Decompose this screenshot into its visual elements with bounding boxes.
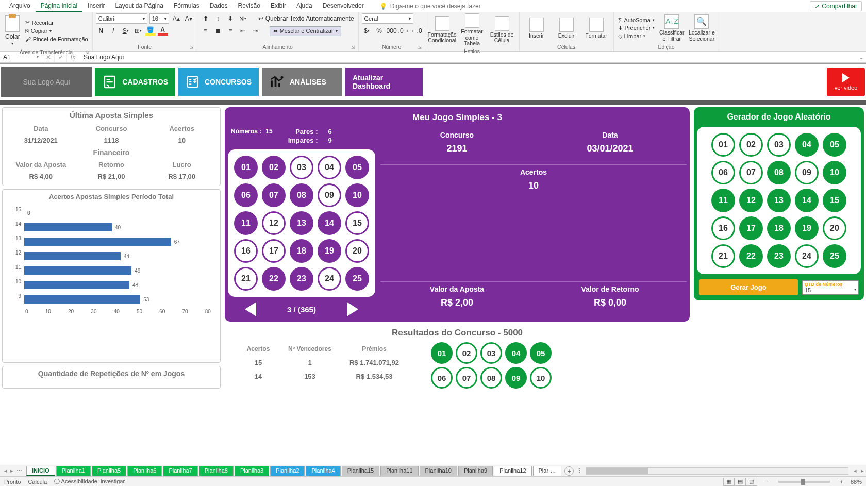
font-size-select[interactable]: 16▾ <box>149 13 169 24</box>
menu-desenvolvedor[interactable]: Desenvolvedor <box>318 0 369 12</box>
cut-button[interactable]: ✂Recortar <box>24 19 89 26</box>
find-select-button[interactable]: 🔍Localizar e Selecionar <box>688 14 715 42</box>
sheet-tab-planilha4[interactable]: Planilha4 <box>306 466 340 476</box>
menu-página-inicial[interactable]: Página Inicial <box>36 0 82 12</box>
last-sheet-button[interactable]: ▸ <box>10 467 13 474</box>
zoom-out-button[interactable]: − <box>764 479 768 485</box>
normal-view-button[interactable]: ▦ <box>723 478 735 486</box>
dialog-launcher-icon[interactable]: ⇲ <box>418 45 422 50</box>
indent-dec-button[interactable]: ⇤ <box>238 26 248 36</box>
inc-decimal-button[interactable]: .0→ <box>399 26 409 36</box>
concursos-button[interactable]: CONCURSOS <box>178 68 259 96</box>
menu-dados[interactable]: Dados <box>205 0 233 12</box>
next-game-button[interactable] <box>347 302 358 316</box>
thousands-button[interactable]: 000 <box>387 26 397 36</box>
accessibility-status[interactable]: ⓘ Acessibilidade: investigar <box>54 478 125 485</box>
qtd-numeros-select[interactable]: QTD de Números 15▾ <box>802 280 859 295</box>
add-sheet-button[interactable]: + <box>564 466 574 476</box>
menu-ajuda[interactable]: Ajuda <box>291 0 318 12</box>
sheet-tab-planilha7[interactable]: Planilha7 <box>163 466 197 476</box>
sheet-tab-planilha11[interactable]: Planilha11 <box>380 466 418 476</box>
prev-game-button[interactable] <box>245 302 256 316</box>
zoom-in-button[interactable]: + <box>840 479 843 485</box>
shrink-font-button[interactable]: A▾ <box>184 13 194 24</box>
resultados-table: AcertosNº VencedoresPrêmios151R$ 1.741.0… <box>235 342 410 383</box>
paste-button[interactable]: Colar▾ <box>3 13 22 48</box>
format-cells-button[interactable]: Formatar <box>582 18 610 39</box>
align-middle-button[interactable]: ↕ <box>213 13 223 24</box>
sheet-tab-planilha5[interactable]: Planilha5 <box>92 466 126 476</box>
menu-exibir[interactable]: Exibir <box>265 0 291 12</box>
wrap-text-button[interactable]: ↩Quebrar Texto Automaticamente <box>257 14 355 23</box>
copy-button[interactable]: ⎘Copiar▾ <box>24 27 89 35</box>
first-sheet-button[interactable]: ◂ <box>4 467 7 474</box>
sheet-tab-plar …[interactable]: Plar … <box>533 466 562 476</box>
align-left-button[interactable]: ≡ <box>201 26 211 36</box>
sheet-tab-planilha6[interactable]: Planilha6 <box>127 466 162 476</box>
align-top-button[interactable]: ⬆ <box>201 13 211 24</box>
sort-filter-button[interactable]: A↓ZClassificar e Filtrar <box>658 14 686 42</box>
sheet-tab-planilha10[interactable]: Planilha10 <box>420 466 457 476</box>
cell-styles-button[interactable]: Estilos de Célula <box>488 16 516 44</box>
dialog-launcher-icon[interactable]: ⇲ <box>351 45 355 50</box>
number-format-select[interactable]: Geral▾ <box>362 13 413 24</box>
sheet-tab-planilha1[interactable]: Planilha1 <box>56 466 91 476</box>
align-center-button[interactable]: ≣ <box>213 26 223 36</box>
sheet-tab-planilha3[interactable]: Planilha3 <box>235 466 269 476</box>
ver-video-button[interactable]: ver video <box>827 68 865 96</box>
indent-inc-button[interactable]: ⇥ <box>250 26 260 36</box>
menu-inserir[interactable]: Inserir <box>82 0 110 12</box>
dialog-launcher-icon[interactable]: ⇲ <box>190 45 194 50</box>
percent-button[interactable]: % <box>374 26 385 36</box>
expand-formula-bar-button[interactable]: ⌄ <box>857 54 866 61</box>
align-right-button[interactable]: ≡ <box>225 26 236 36</box>
dec-decimal-button[interactable]: ←.0 <box>411 26 422 36</box>
font-color-button[interactable]: A <box>158 26 168 36</box>
scroll-right-button[interactable]: ▸ <box>859 467 866 474</box>
tell-me[interactable]: 💡Diga-me o que você deseja fazer <box>379 3 481 10</box>
menu-revisão[interactable]: Revisão <box>233 0 265 12</box>
menu-arquivo[interactable]: Arquivo <box>4 0 36 12</box>
conditional-format-button[interactable]: Formatação Condicional <box>428 16 456 44</box>
merge-center-button[interactable]: ⬌Mesclar e Centralizar▾ <box>270 26 341 36</box>
autosum-button[interactable]: ∑AutoSoma▾ <box>617 16 656 24</box>
underline-button[interactable]: S▾ <box>121 26 131 36</box>
fill-color-button[interactable]: 🪣 <box>145 26 156 36</box>
format-painter-button[interactable]: 🖌Pincel de Formatação <box>24 36 89 43</box>
page-layout-view-button[interactable]: ▤ <box>735 478 746 486</box>
format-as-table-button[interactable]: Formatar como Tabela <box>458 13 486 47</box>
borders-button[interactable]: ⊞▾ <box>133 26 143 36</box>
orientation-button[interactable]: ⤭▾ <box>238 13 248 24</box>
cadastros-button[interactable]: CADASTROS <box>95 68 175 96</box>
sheet-tab-planilha15[interactable]: Planilha15 <box>342 466 379 476</box>
atualizar-dashboard-button[interactable]: Atualizar Dashboard <box>345 68 423 96</box>
clear-button[interactable]: ◇Limpar▾ <box>617 32 656 40</box>
align-bottom-button[interactable]: ⬇ <box>225 13 236 24</box>
sheet-tab-planilha2[interactable]: Planilha2 <box>270 466 305 476</box>
bold-button[interactable]: N <box>96 26 106 36</box>
sheet-tab-inicio[interactable]: INICIO <box>26 466 55 476</box>
sheet-tab-planilha9[interactable]: Planilha9 <box>458 466 493 476</box>
zoom-slider[interactable] <box>778 481 830 483</box>
delete-cells-button[interactable]: Excluir <box>553 18 580 39</box>
currency-button[interactable]: $▾ <box>362 26 372 36</box>
scroll-left-button[interactable]: ◂ <box>852 467 859 474</box>
font-name-select[interactable]: Calibri▾ <box>96 13 147 24</box>
horizontal-scrollbar[interactable] <box>586 467 848 475</box>
page-break-view-button[interactable]: ▧ <box>746 478 757 486</box>
analises-button[interactable]: ANÁLISES <box>262 68 342 96</box>
insert-cells-button[interactable]: Inserir <box>523 18 551 39</box>
gerar-jogo-button[interactable]: Gerar Jogo <box>699 279 798 295</box>
fill-button[interactable]: ⬇Preencher▾ <box>617 24 656 32</box>
zoom-level[interactable]: 88% <box>851 479 862 485</box>
grow-font-button[interactable]: A▴ <box>171 13 181 24</box>
sheet-tab-planilha12[interactable]: Planilha12 <box>494 466 531 476</box>
menu-fórmulas[interactable]: Fórmulas <box>169 0 205 12</box>
result-ball-8: 08 <box>480 367 502 389</box>
sheet-tab-planilha8[interactable]: Planilha8 <box>199 466 234 476</box>
italic-button[interactable]: I <box>108 26 119 36</box>
menu-layout-da-página[interactable]: Layout da Página <box>110 0 168 12</box>
dialog-launcher-icon[interactable]: ⇲ <box>85 50 89 55</box>
sheet-menu-button[interactable]: ⋯ <box>16 467 22 474</box>
share-button[interactable]: ↗Compartilhar <box>810 1 862 11</box>
